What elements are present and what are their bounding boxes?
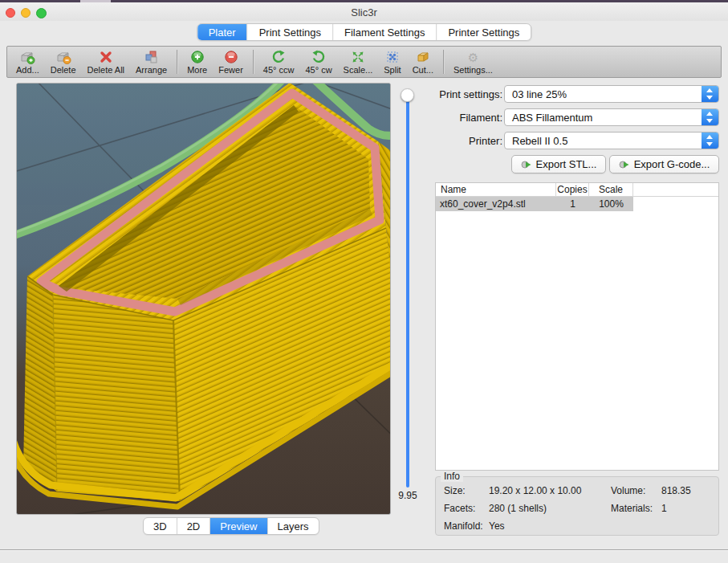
tab-printer-settings[interactable]: Printer Settings xyxy=(437,24,531,40)
split-dots-icon xyxy=(384,49,401,65)
toolbar-separator xyxy=(253,50,254,74)
cut-button[interactable]: Cut... xyxy=(407,47,439,77)
layer-slider[interactable] xyxy=(406,91,409,488)
toolbar-label: Delete xyxy=(51,65,76,75)
column-copies[interactable]: Copies xyxy=(556,183,589,197)
print-settings-label: Print settings: xyxy=(332,88,502,100)
size-label: Size: xyxy=(444,485,466,496)
layer-height-value: 9.95 xyxy=(392,490,423,501)
row-copies: 1 xyxy=(556,197,589,211)
window-title: Slic3r xyxy=(0,6,728,18)
more-button[interactable]: More xyxy=(181,47,213,77)
add-button[interactable]: Add... xyxy=(10,47,45,77)
app-window: Slic3r Plater Print Settings Filament Se… xyxy=(0,0,728,563)
objects-table: Name Copies Scale xt60_cover_v2p4.stl 1 … xyxy=(435,182,719,471)
toolbar-label: Fewer xyxy=(218,65,243,75)
facets-label: Facets: xyxy=(444,503,475,514)
export-arrow-icon xyxy=(521,159,532,170)
toolbar-label: Arrange xyxy=(136,65,167,75)
objects-table-header[interactable]: Name Copies Scale xyxy=(436,183,718,197)
settings-button[interactable]: ⚙ Settings... xyxy=(448,47,498,77)
tab-filament-settings[interactable]: Filament Settings xyxy=(333,24,437,40)
rotate-cw-icon xyxy=(311,49,327,65)
rotate-ccw-button[interactable]: 45° ccw xyxy=(258,47,300,77)
column-name[interactable]: Name xyxy=(436,183,556,197)
tab-3d[interactable]: 3D xyxy=(144,518,177,534)
toolbar-label: Delete All xyxy=(87,65,124,75)
red-minus-ball-icon xyxy=(223,49,239,65)
column-scale[interactable]: Scale xyxy=(589,183,633,197)
tab-layers[interactable]: Layers xyxy=(268,518,319,534)
scale-button[interactable]: Scale... xyxy=(338,47,379,77)
titlebar[interactable]: Slic3r xyxy=(0,2,728,21)
materials-value: 1 xyxy=(661,503,667,514)
toolbar-label: More xyxy=(187,65,207,75)
cubes-icon xyxy=(144,49,160,65)
materials-label: Materials: xyxy=(611,503,653,514)
filament-value: ABS Fillamentum xyxy=(512,112,592,124)
green-plus-ball-icon xyxy=(189,49,205,65)
dropdown-stepper-icon xyxy=(702,133,718,149)
printer-label: Printer: xyxy=(332,135,502,147)
toolbar-label: Add... xyxy=(16,65,39,75)
split-button[interactable]: Split xyxy=(378,47,406,77)
export-stl-label: Export STL... xyxy=(536,158,597,170)
tab-preview[interactable]: Preview xyxy=(210,518,267,534)
table-row[interactable]: xt60_cover_v2p4.stl 1 100% xyxy=(436,197,718,211)
toolbar-separator xyxy=(443,50,444,74)
toolbar-label: Split xyxy=(384,65,401,75)
red-cross-icon xyxy=(98,49,114,65)
main-tab-bar: Plater Print Settings Filament Settings … xyxy=(197,23,532,41)
view-mode-tabs: 3D 2D Preview Layers xyxy=(143,517,319,535)
delete-all-button[interactable]: Delete All xyxy=(82,47,130,77)
delete-button[interactable]: Delete xyxy=(45,47,82,77)
tab-plater[interactable]: Plater xyxy=(197,24,248,40)
manifold-label: Manifold: xyxy=(444,520,483,532)
tab-print-settings[interactable]: Print Settings xyxy=(248,24,333,40)
cut-box-icon xyxy=(415,49,431,65)
rotate-cw-button[interactable]: 45° cw xyxy=(299,47,337,77)
facets-value: 280 (1 shells) xyxy=(489,503,547,514)
print-settings-value: 03 line 25% xyxy=(512,88,567,100)
filament-dropdown[interactable]: ABS Fillamentum xyxy=(504,108,719,126)
printer-dropdown[interactable]: Rebell II 0.5 xyxy=(504,132,719,149)
export-arrow-icon xyxy=(619,159,630,170)
toolbar-label: Cut... xyxy=(413,65,433,75)
row-scale: 100% xyxy=(589,197,633,211)
row-name: xt60_cover_v2p4.stl xyxy=(436,197,556,211)
export-gcode-label: Export G-code... xyxy=(634,158,710,170)
rotate-ccw-icon xyxy=(270,49,287,65)
dropdown-stepper-icon xyxy=(702,109,718,125)
export-stl-button[interactable]: Export STL... xyxy=(511,155,606,173)
volume-label: Volume: xyxy=(611,485,645,496)
gear-icon: ⚙ xyxy=(468,49,478,65)
filament-label: Filament: xyxy=(332,112,502,124)
viewport-3d[interactable] xyxy=(16,83,391,515)
export-gcode-button[interactable]: Export G-code... xyxy=(609,155,719,173)
info-group-title: Info xyxy=(441,471,463,482)
size-value: 19.20 x 12.00 x 10.00 xyxy=(489,485,581,496)
box-plus-icon xyxy=(19,49,35,65)
fewer-button[interactable]: Fewer xyxy=(213,47,249,77)
toolbar-label: 45° ccw xyxy=(263,65,295,75)
toolbar-label: 45° cw xyxy=(305,65,331,75)
manifold-value: Yes xyxy=(489,520,505,532)
toolbar-separator xyxy=(177,50,177,74)
arrange-button[interactable]: Arrange xyxy=(130,47,173,77)
toolbar: Add... Delete Delete All Arrange More xyxy=(6,46,722,78)
toolbar-label: Scale... xyxy=(344,65,373,75)
toolbar-label: Settings... xyxy=(453,65,493,75)
tab-2d[interactable]: 2D xyxy=(177,518,211,534)
volume-value: 818.35 xyxy=(661,485,691,496)
box-minus-icon xyxy=(55,49,71,65)
info-group: Size: 19.20 x 12.00 x 10.00 Volume: 818.… xyxy=(435,476,719,536)
dropdown-stepper-icon xyxy=(702,86,718,102)
print-settings-dropdown[interactable]: 03 line 25% xyxy=(504,85,719,103)
scale-arrows-icon xyxy=(350,49,366,65)
printer-value: Rebell II 0.5 xyxy=(512,135,567,147)
